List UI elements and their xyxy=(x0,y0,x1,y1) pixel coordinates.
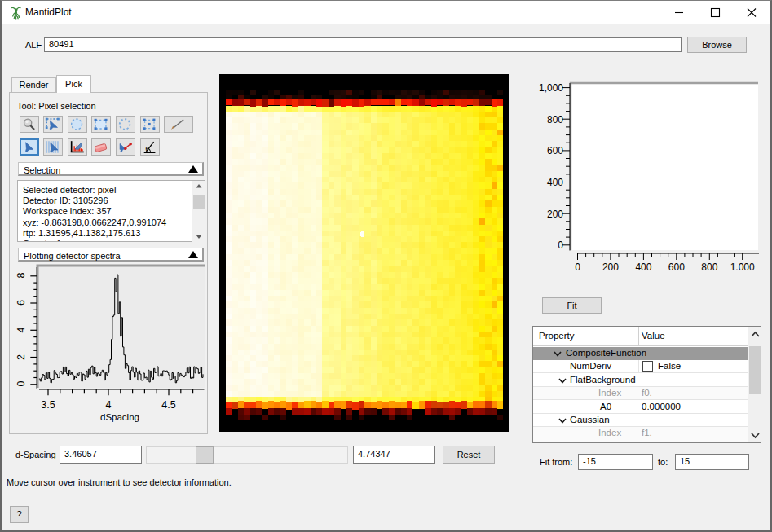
svg-text:0: 0 xyxy=(15,380,27,386)
svg-text:0: 0 xyxy=(575,262,580,273)
svg-text:8: 8 xyxy=(15,272,27,278)
svg-text:200: 200 xyxy=(602,262,619,273)
svg-text:0: 0 xyxy=(558,240,563,251)
svg-text:6: 6 xyxy=(15,300,27,306)
svg-text:4: 4 xyxy=(106,399,112,411)
svg-text:800: 800 xyxy=(547,114,563,125)
svg-text:400: 400 xyxy=(547,177,563,188)
svg-text:4: 4 xyxy=(15,327,27,332)
svg-text:800: 800 xyxy=(701,262,717,273)
svg-text:4.5: 4.5 xyxy=(161,399,175,411)
svg-text:1.000: 1.000 xyxy=(730,262,755,273)
svg-text:3.5: 3.5 xyxy=(41,399,55,411)
svg-text:θ: θ xyxy=(145,145,148,151)
svg-text:1,000: 1,000 xyxy=(539,82,563,94)
svg-text:dSpacing: dSpacing xyxy=(100,412,139,422)
svg-text:2: 2 xyxy=(15,354,27,360)
svg-text:600: 600 xyxy=(668,262,685,273)
svg-text:400: 400 xyxy=(635,262,651,273)
svg-text:600: 600 xyxy=(547,145,563,156)
svg-text:200: 200 xyxy=(547,209,563,220)
